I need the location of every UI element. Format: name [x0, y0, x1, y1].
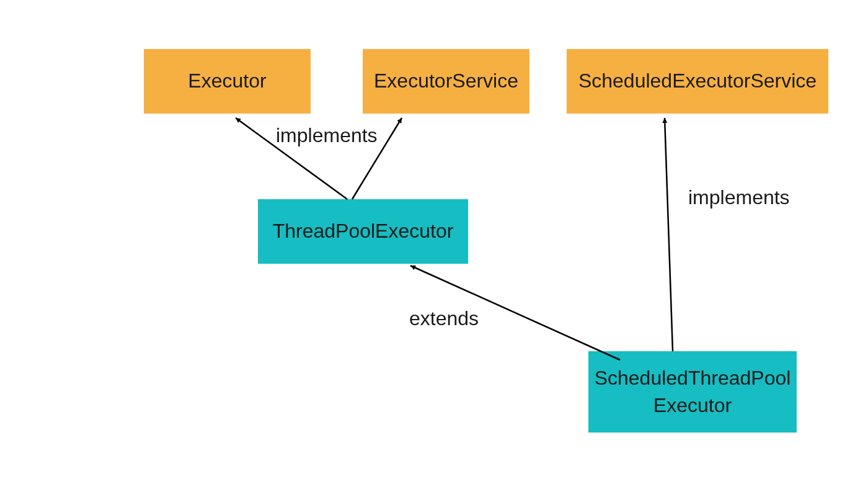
node-label: ThreadPoolExecutor: [273, 218, 454, 244]
node-thread-pool-executor: ThreadPoolExecutor: [258, 199, 468, 264]
edge-label-extends: extends: [409, 307, 479, 330]
node-executor: Executor: [144, 49, 311, 114]
edge-stpe-to-ses: [665, 118, 673, 351]
node-label: Executor: [188, 68, 266, 94]
edge-label-implements-2: implements: [688, 186, 790, 209]
edge-label-implements-1: implements: [276, 124, 378, 147]
node-scheduled-thread-pool-executor: ScheduledThreadPool Executor: [588, 351, 797, 433]
node-executor-service: ExecutorService: [363, 49, 529, 114]
node-label: ScheduledExecutorService: [578, 68, 817, 94]
node-label: ExecutorService: [374, 68, 518, 94]
node-label: ScheduledThreadPool Executor: [595, 365, 791, 418]
node-scheduled-executor-service: ScheduledExecutorService: [567, 49, 828, 114]
